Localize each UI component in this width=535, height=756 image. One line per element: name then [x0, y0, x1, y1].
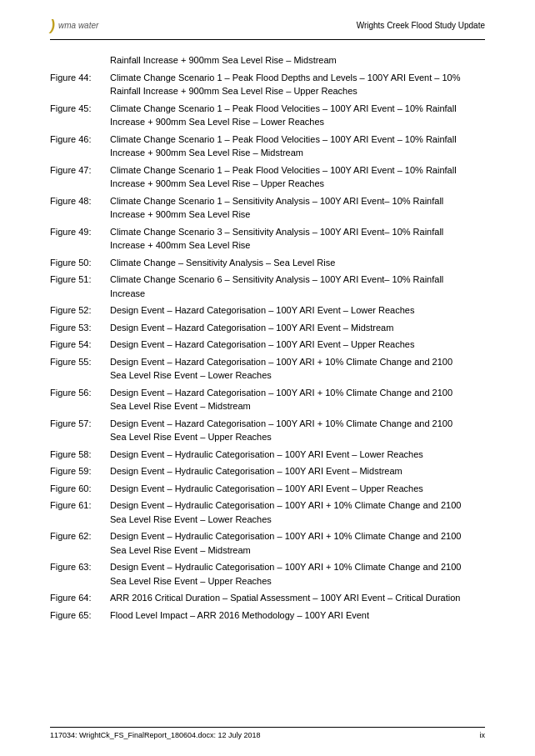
figure-text: Design Event – Hazard Categorisation – 1…: [110, 355, 485, 369]
list-item: Figure 50: Climate Change – Sensitivity …: [50, 256, 485, 270]
figure-label: Figure 57:: [50, 417, 110, 431]
list-item: Figure 63: Design Event – Hydraulic Cate…: [50, 560, 485, 588]
figure-text: Design Event – Hydraulic Categorisation …: [110, 560, 485, 574]
list-item: Figure 49: Climate Change Scenario 3 – S…: [50, 225, 485, 253]
figure-text: Flood Level Impact – ARR 2016 Methodolog…: [110, 608, 485, 623]
list-item: Figure 57: Design Event – Hazard Categor…: [50, 417, 485, 444]
figure-label: Figure 56:: [50, 386, 110, 400]
figure-text: Climate Change Scenario 6 – Sensitivity …: [110, 273, 485, 287]
logo: ) wma water: [50, 17, 98, 34]
figure-text: Climate Change Scenario 1 – Sensitivity …: [110, 194, 485, 208]
figure-continuation-text: Increase + 900mm Sea Level Rise – Upper …: [110, 177, 324, 191]
figure-label: Figure 60:: [50, 482, 110, 496]
figure-label: Figure 55:: [50, 355, 110, 369]
list-item: Figure 53: Design Event – Hazard Categor…: [50, 321, 485, 335]
list-item: Figure 61: Design Event – Hydraulic Cate…: [50, 498, 485, 526]
header-title: Wrights Creek Flood Study Update: [357, 21, 485, 30]
figure-label: Figure 62:: [50, 529, 110, 543]
logo-brand: wma water: [58, 21, 98, 30]
figure-text: Design Event – Hazard Categorisation – 1…: [110, 303, 485, 318]
figure-label: Figure 50:: [50, 256, 110, 270]
figure-text: Climate Change Scenario 1 – Peak Flood V…: [110, 133, 485, 147]
figure-continuation-text: Sea Level Rise Event – Upper Reaches: [110, 574, 272, 588]
figure-continuation-text: Rainfall Increase + 900mm Sea Level Rise…: [110, 84, 358, 98]
figure-label: Figure 48:: [50, 194, 110, 208]
footer-left-text: 117034: WrightCk_FS_FinalReport_180604.d…: [50, 731, 261, 739]
figure-continuation-text: Increase + 900mm Sea Level Rise – Midstr…: [110, 146, 303, 160]
figure-label: Figure 47:: [50, 163, 110, 178]
figure-continuation-text: Increase + 900mm Sea Level Rise: [110, 208, 250, 222]
figure-text: Climate Change Scenario 1 – Peak Flood V…: [110, 102, 485, 116]
figure-continuation-text: Sea Level Rise Event – Upper Reaches: [110, 430, 272, 444]
footer-page-number: ix: [480, 731, 486, 739]
page: ) wma water Wrights Creek Flood Study Up…: [0, 0, 535, 756]
figure-label: Figure 52:: [50, 303, 110, 318]
list-item: Figure 58: Design Event – Hydraulic Cate…: [50, 448, 485, 462]
figure-label: Figure 45:: [50, 102, 110, 116]
figure-label: Figure 63:: [50, 560, 110, 574]
page-header: ) wma water Wrights Creek Flood Study Up…: [50, 17, 485, 40]
figure-label: Figure 51:: [50, 273, 110, 287]
figure-text: Climate Change Scenario 1 – Peak Flood V…: [110, 163, 485, 178]
figure-label: Figure 53:: [50, 321, 110, 335]
figure-text: Rainfall Increase + 900mm Sea Level Rise…: [110, 53, 485, 68]
list-item: Figure 60: Design Event – Hydraulic Cate…: [50, 482, 485, 496]
list-item: Figure 56: Design Event – Hazard Categor…: [50, 386, 485, 413]
figure-text: Design Event – Hydraulic Categorisation …: [110, 448, 485, 462]
figure-label: Figure 54:: [50, 338, 110, 352]
list-item: Figure 51: Climate Change Scenario 6 – S…: [50, 273, 485, 300]
figure-label: Figure 61:: [50, 498, 110, 513]
list-item: Rainfall Increase + 900mm Sea Level Rise…: [50, 53, 485, 68]
figure-text: Design Event – Hazard Categorisation – 1…: [110, 321, 485, 335]
list-item: Figure 44: Climate Change Scenario 1 – P…: [50, 71, 485, 98]
figure-text: ARR 2016 Critical Duration – Spatial Ass…: [110, 591, 485, 605]
figure-continuation-text: Sea Level Rise Event – Midstream: [110, 399, 251, 413]
figure-continuation-text: Sea Level Rise Event – Lower Reaches: [110, 513, 272, 527]
list-item: Figure 48: Climate Change Scenario 1 – S…: [50, 194, 485, 222]
figure-text: Design Event – Hazard Categorisation – 1…: [110, 417, 485, 431]
figure-continuation-text: Sea Level Rise Event – Lower Reaches: [110, 368, 272, 383]
main-content: Rainfall Increase + 900mm Sea Level Rise…: [50, 53, 485, 622]
figure-label: Figure 58:: [50, 448, 110, 462]
figure-continuation-text: Increase + 400mm Sea Level Rise: [110, 238, 250, 253]
figure-text: Climate Change Scenario 1 – Peak Flood D…: [110, 71, 485, 85]
figure-text: Design Event – Hazard Categorisation – 1…: [110, 338, 485, 352]
figure-continuation-text: Increase + 900mm Sea Level Rise – Lower …: [110, 115, 324, 129]
list-item: Figure 55: Design Event – Hazard Categor…: [50, 355, 485, 383]
figure-text: Design Event – Hydraulic Categorisation …: [110, 464, 485, 478]
figure-label: Figure 46:: [50, 133, 110, 147]
figure-label: Figure 59:: [50, 464, 110, 478]
figure-text: Climate Change Scenario 3 – Sensitivity …: [110, 225, 485, 239]
figure-continuation-text: Increase: [110, 287, 145, 301]
list-item: Figure 64: ARR 2016 Critical Duration – …: [50, 591, 485, 605]
list-item: Figure 46: Climate Change Scenario 1 – P…: [50, 133, 485, 160]
figure-list: Rainfall Increase + 900mm Sea Level Rise…: [50, 53, 485, 622]
figure-text: Climate Change – Sensitivity Analysis – …: [110, 256, 485, 270]
list-item: Figure 45: Climate Change Scenario 1 – P…: [50, 102, 485, 129]
figure-continuation-text: Sea Level Rise Event – Midstream: [110, 543, 251, 558]
figure-label: Figure 64:: [50, 591, 110, 605]
figure-text: Design Event – Hydraulic Categorisation …: [110, 482, 485, 496]
list-item: Figure 65: Flood Level Impact – ARR 2016…: [50, 608, 485, 623]
list-item: Figure 62: Design Event – Hydraulic Cate…: [50, 529, 485, 557]
figure-text: Design Event – Hydraulic Categorisation …: [110, 498, 485, 513]
list-item: Figure 52: Design Event – Hazard Categor…: [50, 303, 485, 318]
list-item: Figure 54: Design Event – Hazard Categor…: [50, 338, 485, 352]
list-item: Figure 59: Design Event – Hydraulic Cate…: [50, 464, 485, 478]
figure-label: Figure 65:: [50, 608, 110, 623]
figure-label: Figure 49:: [50, 225, 110, 239]
figure-label: Figure 44:: [50, 71, 110, 85]
figure-text: Design Event – Hydraulic Categorisation …: [110, 529, 485, 543]
logo-icon: ): [50, 17, 55, 34]
list-item: Figure 47: Climate Change Scenario 1 – P…: [50, 163, 485, 191]
figure-text: Design Event – Hazard Categorisation – 1…: [110, 386, 485, 400]
page-footer: 117034: WrightCk_FS_FinalReport_180604.d…: [50, 727, 485, 739]
